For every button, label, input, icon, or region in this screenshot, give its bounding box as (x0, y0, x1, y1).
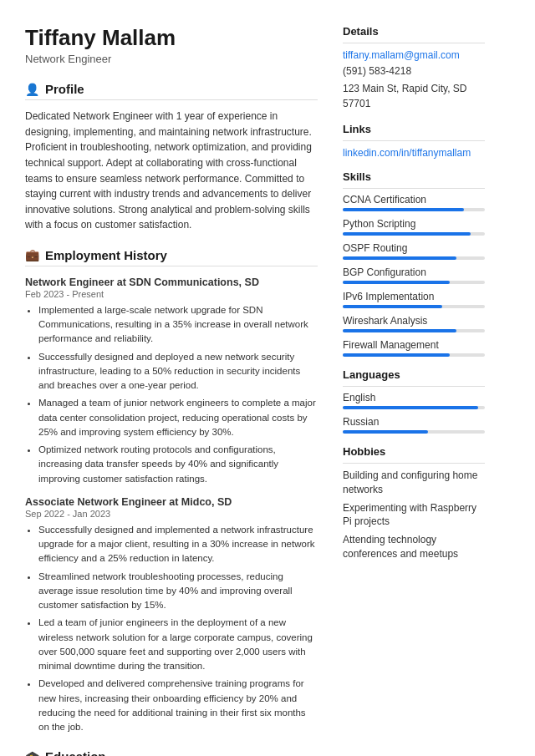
list-item: Successfully designed and implemented a … (38, 523, 318, 566)
job-1-bullets: Implemented a large-scale network upgrad… (25, 303, 318, 486)
phone-text: (591) 583-4218 (343, 63, 485, 79)
candidate-name: Tiffany Mallam (25, 25, 318, 51)
lang-bar-bg (343, 406, 485, 409)
employment-section-title: 💼 Employment History (25, 248, 318, 266)
hobby-item-3: Attending technology conferences and mee… (343, 533, 485, 561)
links-section-title: Links (343, 123, 485, 135)
list-item: Implemented a large-scale network upgrad… (38, 303, 318, 347)
linkedin-link[interactable]: linkedin.com/in/tiffanymallam (343, 147, 471, 159)
skill-name: Firewall Management (343, 339, 485, 351)
hobby-item-1: Building and configuring home networks (343, 469, 485, 497)
skill-bar-bg (343, 281, 485, 284)
skill-bar-fill (343, 305, 442, 308)
skill-item-firewall: Firewall Management (343, 339, 485, 357)
skill-bar-fill (343, 353, 450, 357)
details-divider (343, 43, 485, 43)
job-2-dates: Sep 2022 - Jan 2023 (25, 509, 318, 519)
skill-bar-bg (343, 329, 485, 332)
job-1: Network Engineer at SDN Communications, … (25, 277, 318, 486)
skill-bar-bg (343, 353, 485, 357)
skill-item-ipv6: IPv6 Implementation (343, 291, 485, 308)
job-2: Associate Network Engineer at Midco, SD … (25, 496, 318, 735)
skill-item-python: Python Scripting (343, 218, 485, 236)
skill-item-ccna: CCNA Certification (343, 194, 485, 211)
lang-name: Russian (343, 416, 485, 428)
skill-bar-fill (343, 281, 450, 284)
skill-bar-fill (343, 256, 456, 260)
skill-name: Wireshark Analysis (343, 315, 485, 327)
skill-bar-fill (343, 232, 471, 236)
education-icon: 🎓 (25, 750, 39, 756)
skills-section-title: Skills (343, 170, 485, 183)
list-item: Streamlined network troubleshooting proc… (38, 570, 318, 613)
skills-divider (343, 188, 485, 189)
profile-icon: 👤 (25, 83, 39, 96)
education-section-title: 🎓 Education (25, 749, 318, 756)
job-1-dates: Feb 2023 - Present (25, 289, 318, 299)
hobbies-divider (343, 463, 485, 464)
skill-bar-fill (343, 329, 456, 332)
skill-item-ospf: OSPF Routing (343, 242, 485, 260)
email-link[interactable]: tiffany.mallam@gmail.com (343, 49, 460, 61)
lang-item-english: English (343, 392, 485, 409)
list-item: Successfully designed and deployed a new… (38, 350, 318, 393)
skill-bar-bg (343, 232, 485, 236)
skill-name: OSPF Routing (343, 242, 485, 254)
profile-section-title: 👤 Profile (25, 82, 318, 100)
list-item: Led a team of junior engineers in the de… (38, 616, 318, 673)
skill-bar-bg (343, 305, 485, 308)
profile-text: Dedicated Network Engineer with 1 year o… (25, 109, 318, 233)
lang-item-russian: Russian (343, 416, 485, 434)
skill-item-bgp: BGP Configuration (343, 266, 485, 284)
skill-name: Python Scripting (343, 218, 485, 230)
skill-item-wireshark: Wireshark Analysis (343, 315, 485, 332)
languages-divider (343, 386, 485, 387)
skill-bar-fill (343, 208, 464, 211)
list-item: Managed a team of junior network enginee… (38, 396, 318, 439)
lang-bar-fill (343, 406, 478, 409)
lang-name: English (343, 392, 485, 403)
employment-icon: 💼 (25, 248, 39, 261)
skill-name: IPv6 Implementation (343, 291, 485, 302)
lang-bar-bg (343, 430, 485, 434)
list-item: Developed and delivered comprehensive tr… (38, 677, 318, 734)
hobby-item-2: Experimenting with Raspberry Pi projects (343, 501, 485, 530)
hobbies-section-title: Hobbies (343, 445, 485, 458)
skill-name: CCNA Certification (343, 194, 485, 205)
details-section-title: Details (343, 25, 485, 38)
skill-bar-bg (343, 208, 485, 211)
list-item: Optimized network routing protocols and … (38, 443, 318, 486)
languages-section-title: Languages (343, 368, 485, 381)
job-2-title: Associate Network Engineer at Midco, SD (25, 496, 318, 508)
job-1-title: Network Engineer at SDN Communications, … (25, 277, 318, 288)
skill-name: BGP Configuration (343, 266, 485, 278)
job-2-bullets: Successfully designed and implemented a … (25, 523, 318, 735)
address-text: 123 Main St, Rapid City, SD 57701 (343, 81, 485, 111)
skill-bar-bg (343, 256, 485, 260)
links-divider (343, 140, 485, 141)
candidate-title: Network Engineer (25, 53, 318, 65)
lang-bar-fill (343, 430, 428, 434)
